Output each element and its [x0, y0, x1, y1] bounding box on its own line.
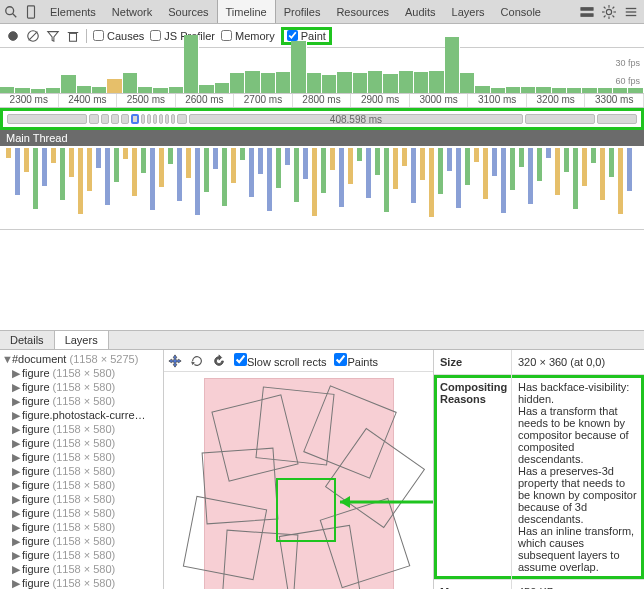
causes-checkbox[interactable]: Causes — [93, 30, 144, 42]
tab-profiles[interactable]: Profiles — [276, 0, 329, 23]
bottom-tab-details[interactable]: Details — [0, 331, 55, 349]
timeline-overview[interactable]: 30 fps 60 fps 2300 ms2400 ms2500 ms2600 … — [0, 48, 644, 108]
flame-bar — [564, 148, 569, 172]
flame-bar — [591, 148, 596, 163]
tree-row[interactable]: ▶figure (1158 × 580) — [0, 576, 163, 589]
flame-bar — [537, 148, 542, 181]
flame-bar — [87, 148, 92, 191]
flame-chart[interactable] — [0, 146, 644, 230]
layer-tree[interactable]: ▼#document (1158 × 5275)▶figure (1158 × … — [0, 350, 164, 589]
flame-bar — [555, 148, 560, 195]
svg-line-13 — [613, 6, 615, 8]
record-icon[interactable] — [6, 29, 20, 43]
paint-label: Paint — [301, 30, 326, 42]
tab-resources[interactable]: Resources — [328, 0, 397, 23]
tree-row[interactable]: ▶figure (1158 × 580) — [0, 436, 163, 450]
highlight-arrow-icon — [334, 490, 433, 514]
tree-row[interactable]: ▶figure (1158 × 580) — [0, 380, 163, 394]
slow-scroll-rects-checkbox[interactable]: Slow scroll rects — [234, 353, 326, 368]
tree-row[interactable]: ▶figure (1158 × 580) — [0, 464, 163, 478]
flame-bar — [411, 148, 416, 203]
device-icon[interactable] — [24, 5, 38, 19]
flame-bar — [303, 148, 308, 179]
flame-bar — [429, 148, 434, 217]
flame-bar — [150, 148, 155, 210]
tab-timeline[interactable]: Timeline — [217, 0, 276, 23]
main-thread-header: Main Thread — [0, 130, 644, 146]
tree-row[interactable]: ▶figure (1158 × 580) — [0, 394, 163, 408]
flame-bar — [609, 148, 614, 177]
reset-icon[interactable] — [212, 354, 226, 368]
flame-bar — [213, 148, 218, 169]
tab-elements[interactable]: Elements — [42, 0, 104, 23]
bottom-tab-layers[interactable]: Layers — [55, 331, 109, 349]
tree-row[interactable]: ▶figure (1158 × 580) — [0, 548, 163, 562]
paint-checkbox[interactable]: Paint — [287, 30, 326, 42]
tree-row[interactable]: ▼#document (1158 × 5275) — [0, 352, 163, 366]
menu-icon[interactable] — [624, 5, 638, 19]
search-icon[interactable] — [4, 5, 18, 19]
overview-bar — [184, 35, 199, 93]
tree-row[interactable]: ▶figure (1158 × 580) — [0, 478, 163, 492]
flame-bar — [6, 148, 11, 158]
ruler-tick: 2400 ms — [59, 94, 118, 107]
tree-row[interactable]: ▶figure (1158 × 580) — [0, 562, 163, 576]
tab-audits[interactable]: Audits — [397, 0, 444, 23]
flame-bar — [546, 148, 551, 158]
tree-row[interactable]: ▶figure (1158 × 580) — [0, 534, 163, 548]
flame-bar — [276, 148, 281, 188]
tree-row[interactable]: ▶figure (1158 × 580) — [0, 492, 163, 506]
flame-bar — [420, 148, 425, 180]
flame-bar — [222, 148, 227, 206]
flame-bar — [123, 148, 128, 159]
tree-row[interactable]: ▶figure (1158 × 580) — [0, 520, 163, 534]
layer-canvas[interactable] — [164, 372, 433, 589]
tree-row[interactable]: ▶figure (1158 × 580) — [0, 450, 163, 464]
selected-layer-rect[interactable] — [276, 478, 336, 542]
flame-bar — [294, 148, 299, 202]
flame-bar — [15, 148, 20, 195]
rotate-icon[interactable] — [190, 354, 204, 368]
clear-icon[interactable] — [26, 29, 40, 43]
flame-bar — [105, 148, 110, 205]
flame-bar — [600, 148, 605, 200]
overview-bar — [107, 79, 122, 93]
tree-row[interactable]: ▶figure (1158 × 580) — [0, 366, 163, 380]
memory-label: Memory — [235, 30, 275, 42]
flame-bar — [627, 148, 632, 191]
overview-bar — [230, 73, 245, 93]
flame-bar — [240, 148, 245, 160]
tab-console[interactable]: Console — [493, 0, 549, 23]
tab-layers[interactable]: Layers — [444, 0, 493, 23]
overview-bar — [322, 75, 337, 93]
flame-bar — [42, 148, 47, 186]
memory-checkbox[interactable]: Memory — [221, 30, 275, 42]
drawer-toggle-icon[interactable] — [580, 5, 594, 19]
tree-row[interactable]: ▶figure (1158 × 580) — [0, 422, 163, 436]
ruler-tick: 2500 ms — [117, 94, 176, 107]
overview-bar — [61, 75, 76, 93]
tab-sources[interactable]: Sources — [160, 0, 216, 23]
gear-icon[interactable] — [602, 5, 616, 19]
tab-network[interactable]: Network — [104, 0, 160, 23]
svg-line-10 — [604, 6, 606, 8]
ruler-tick: 2600 ms — [176, 94, 235, 107]
garbage-icon[interactable] — [66, 29, 80, 43]
svg-rect-4 — [581, 13, 593, 16]
flame-bar — [528, 148, 533, 204]
jsprofiler-checkbox[interactable]: JS Profiler — [150, 30, 215, 42]
move-icon[interactable] — [168, 354, 182, 368]
overview-bar — [261, 73, 276, 93]
overview-bar — [429, 71, 444, 93]
flame-bar — [60, 148, 65, 200]
paints-checkbox[interactable]: Paints — [334, 353, 378, 368]
flame-bar — [483, 148, 488, 199]
tree-row[interactable]: ▶figure (1158 × 580) — [0, 506, 163, 520]
overview-bar — [199, 85, 214, 93]
ruler-tick: 3000 ms — [410, 94, 469, 107]
tree-row[interactable]: ▶figure.photostack-curre… — [0, 408, 163, 422]
timeline-scrubber[interactable]: 408.598 ms — [0, 108, 644, 130]
scrubber-selection[interactable] — [131, 114, 139, 124]
overview-bar — [460, 73, 475, 93]
filter-icon[interactable] — [46, 29, 60, 43]
